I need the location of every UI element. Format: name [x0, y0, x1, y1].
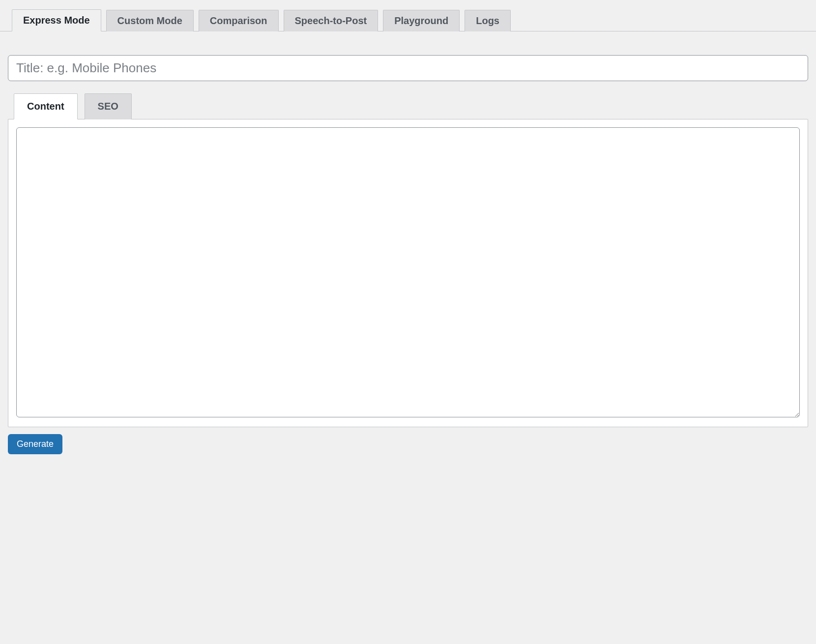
sub-nav-tabs: Content SEO: [8, 93, 808, 119]
content-panel: [8, 119, 808, 427]
actions-row: Generate: [0, 427, 816, 464]
subtab-content[interactable]: Content: [14, 93, 78, 119]
tab-comparison[interactable]: Comparison: [199, 10, 279, 31]
subtab-seo[interactable]: SEO: [85, 93, 132, 119]
tab-custom-mode[interactable]: Custom Mode: [106, 10, 194, 31]
main-nav-tabs: Express Mode Custom Mode Comparison Spee…: [0, 0, 816, 31]
generate-button[interactable]: Generate: [8, 434, 62, 454]
tab-express-mode[interactable]: Express Mode: [12, 9, 101, 31]
title-input[interactable]: [8, 55, 808, 81]
tab-speech-to-post[interactable]: Speech-to-Post: [284, 10, 379, 31]
editor-panel-area: Content SEO: [0, 81, 816, 427]
tab-logs[interactable]: Logs: [465, 10, 511, 31]
page-wrap: Express Mode Custom Mode Comparison Spee…: [0, 0, 816, 464]
content-textarea[interactable]: [16, 127, 800, 417]
title-row: [0, 31, 816, 81]
tab-playground[interactable]: Playground: [383, 10, 460, 31]
